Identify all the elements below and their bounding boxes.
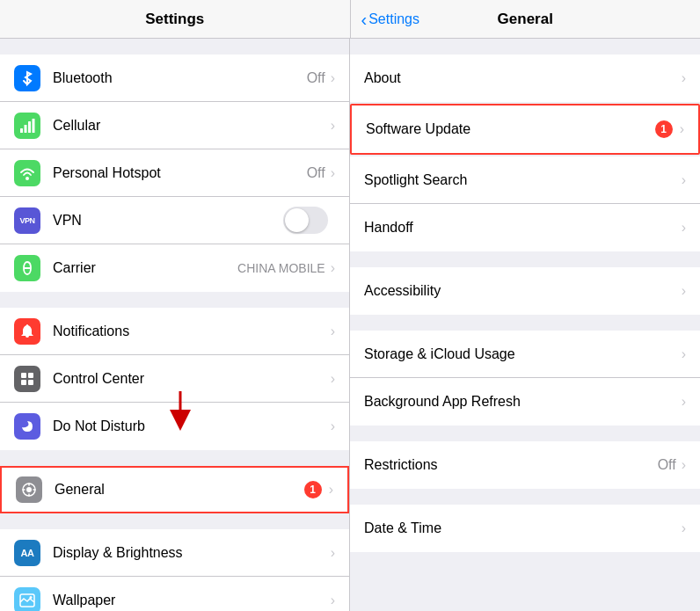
accessibility-row[interactable]: Accessibility ›	[350, 267, 700, 315]
left-panel-header: Settings	[0, 0, 351, 38]
dnd-label: Do Not Disturb	[53, 418, 331, 434]
general-label: General	[55, 482, 304, 498]
svg-point-10	[26, 487, 32, 492]
svg-rect-1	[25, 125, 27, 133]
vpn-label: VPN	[53, 213, 283, 229]
restrictions-label: Restrictions	[364, 457, 658, 473]
svg-rect-3	[33, 119, 35, 133]
control-center-label: Control Center	[53, 371, 331, 387]
wallpaper-label: Wallpaper	[53, 593, 331, 608]
hotspot-chevron: ›	[331, 165, 335, 181]
storage-group: Storage & iCloud Usage › Background App …	[350, 331, 700, 426]
svg-point-4	[26, 177, 29, 180]
system-group: Notifications › Control Center ›	[0, 308, 349, 450]
wallpaper-chevron: ›	[331, 593, 335, 608]
svg-rect-8	[28, 380, 33, 385]
display-icon: AA	[14, 540, 40, 566]
restrictions-row[interactable]: Restrictions Off ›	[350, 441, 700, 489]
section-gap-1	[0, 39, 349, 55]
handoff-chevron: ›	[682, 220, 686, 236]
bluetooth-chevron: ›	[331, 70, 335, 86]
accessibility-chevron: ›	[682, 283, 686, 299]
wallpaper-icon	[14, 587, 40, 612]
general-icon	[16, 476, 42, 503]
dnd-chevron: ›	[331, 418, 335, 434]
background-refresh-chevron: ›	[682, 394, 686, 410]
bluetooth-icon	[14, 65, 40, 91]
control-center-row[interactable]: Control Center ›	[0, 355, 349, 403]
restrictions-value: Off	[658, 457, 676, 473]
datetime-label: Date & Time	[364, 520, 682, 536]
notifications-chevron: ›	[331, 324, 335, 339]
software-update-row[interactable]: Software Update 1 ›	[352, 105, 698, 153]
dnd-row[interactable]: Do Not Disturb ›	[0, 403, 349, 450]
svg-rect-5	[21, 373, 26, 378]
general-title: General	[498, 11, 553, 28]
restrictions-chevron: ›	[682, 457, 686, 473]
right-gap-4	[350, 251, 700, 267]
section-gap-2	[0, 292, 349, 308]
vpn-icon: VPN	[14, 207, 40, 234]
about-chevron: ›	[682, 70, 686, 86]
handoff-row[interactable]: Handoff ›	[350, 204, 700, 251]
general-settings-group: General 1 ›	[0, 466, 349, 513]
svg-point-12	[30, 596, 33, 599]
svg-rect-6	[28, 373, 33, 378]
display-row[interactable]: AA Display & Brightness ›	[0, 529, 349, 577]
software-update-badge: 1	[655, 120, 673, 138]
search-group: Spotlight Search › Handoff ›	[350, 156, 700, 251]
bluetooth-label: Bluetooth	[53, 70, 307, 86]
spotlight-row[interactable]: Spotlight Search ›	[350, 156, 700, 204]
general-chevron: ›	[329, 482, 333, 498]
carrier-icon	[14, 255, 40, 281]
back-chevron-icon: ‹	[361, 11, 368, 28]
cellular-chevron: ›	[331, 118, 335, 134]
notifications-row[interactable]: Notifications ›	[0, 308, 349, 355]
section-gap-3	[0, 450, 349, 466]
back-button[interactable]: ‹ Settings	[361, 11, 419, 28]
carrier-label: Carrier	[53, 260, 237, 276]
connectivity-group: Bluetooth Off › Cellular ›	[0, 55, 349, 292]
background-refresh-label: Background App Refresh	[364, 394, 682, 410]
vpn-toggle[interactable]	[283, 207, 328, 234]
right-gap-5	[350, 315, 700, 331]
bluetooth-row[interactable]: Bluetooth Off ›	[0, 55, 349, 102]
hotspot-icon	[14, 160, 40, 186]
storage-row[interactable]: Storage & iCloud Usage ›	[350, 331, 700, 378]
notifications-label: Notifications	[53, 324, 331, 339]
datetime-group: Date & Time ›	[350, 505, 700, 552]
restrictions-group: Restrictions Off ›	[350, 441, 700, 489]
storage-label: Storage & iCloud Usage	[364, 346, 682, 362]
cellular-row[interactable]: Cellular ›	[0, 102, 349, 149]
display-label: Display & Brightness	[53, 545, 331, 561]
svg-rect-0	[20, 128, 23, 133]
storage-chevron: ›	[682, 346, 686, 362]
carrier-chevron: ›	[331, 260, 335, 276]
control-center-chevron: ›	[331, 371, 335, 387]
software-update-label: Software Update	[366, 121, 655, 137]
right-gap-6	[350, 426, 700, 441]
toggle-knob	[285, 208, 309, 232]
notifications-icon	[14, 318, 40, 345]
svg-rect-7	[21, 380, 26, 385]
settings-title: Settings	[145, 11, 204, 28]
hotspot-row[interactable]: Personal Hotspot Off ›	[0, 149, 349, 197]
accessibility-group: Accessibility ›	[350, 267, 700, 315]
software-update-group: Software Update 1 ›	[350, 104, 700, 155]
about-row[interactable]: About ›	[350, 55, 700, 102]
content-area: Bluetooth Off › Cellular ›	[0, 39, 700, 611]
vpn-row[interactable]: VPN VPN	[0, 197, 349, 244]
datetime-row[interactable]: Date & Time ›	[350, 505, 700, 552]
right-gap-7	[350, 489, 700, 505]
general-row[interactable]: General 1 ›	[0, 466, 349, 513]
carrier-row[interactable]: Carrier CHINA MOBILE ›	[0, 244, 349, 292]
right-panel: About › Software Update 1 › Spotlight Se…	[350, 39, 700, 611]
hotspot-label: Personal Hotspot	[53, 165, 307, 181]
background-refresh-row[interactable]: Background App Refresh ›	[350, 378, 700, 426]
wallpaper-row[interactable]: Wallpaper ›	[0, 577, 349, 611]
spotlight-label: Spotlight Search	[364, 172, 682, 188]
general-badge: 1	[304, 481, 322, 498]
right-gap-1	[350, 39, 700, 55]
cellular-label: Cellular	[53, 118, 331, 134]
header: Settings ‹ Settings General	[0, 0, 700, 39]
